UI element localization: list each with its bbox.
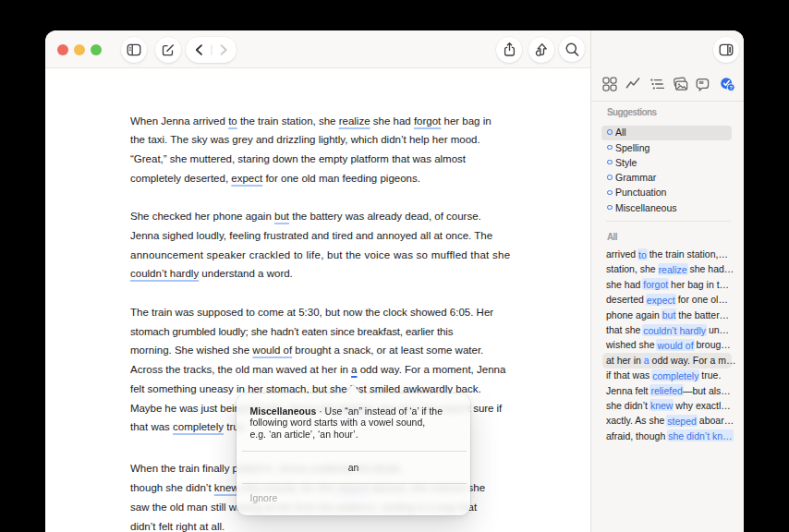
- svg-text:?: ?: [729, 85, 733, 91]
